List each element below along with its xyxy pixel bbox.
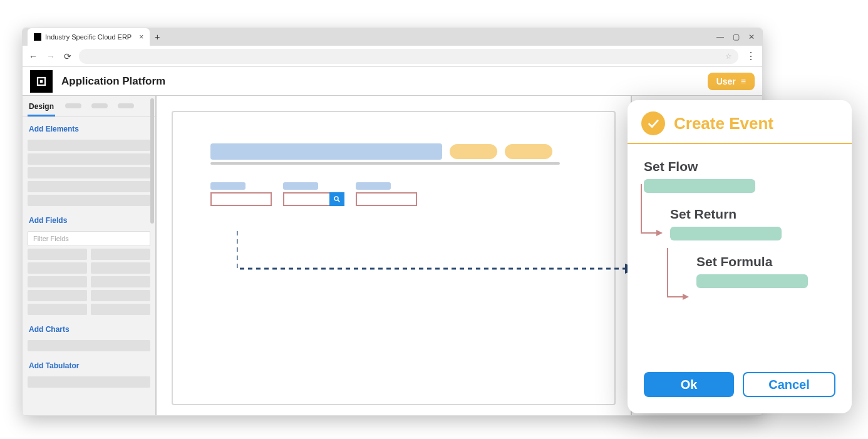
favicon-icon (34, 33, 41, 41)
set-flow-label: Set Flow (644, 159, 835, 174)
section-add-tabulator: Add Tabulator (23, 354, 155, 374)
filter-fields-input[interactable]: Filter Fields (28, 231, 150, 246)
flow-box[interactable] (644, 179, 755, 193)
element-item[interactable] (28, 153, 150, 165)
svg-marker-6 (683, 294, 689, 300)
bookmark-icon[interactable]: ☆ (725, 52, 732, 61)
app-title: Application Platform (61, 75, 165, 88)
browser-tab[interactable]: Industry Specific Cloud ERP × (28, 28, 150, 46)
hamburger-icon: ≡ (741, 76, 746, 86)
header-placeholder (210, 143, 442, 160)
return-box[interactable] (670, 227, 782, 240)
set-return-label: Set Return (670, 207, 835, 222)
tab-placeholder[interactable] (91, 103, 108, 108)
ok-label: Ok (681, 378, 698, 392)
action-pill[interactable] (450, 144, 497, 159)
field-item[interactable] (28, 276, 87, 287)
chart-item[interactable] (28, 340, 150, 351)
app-logo-icon (30, 70, 53, 93)
left-sidebar: Design Add Elements Add Fields Filter Fi… (23, 96, 157, 415)
close-tab-icon[interactable]: × (139, 33, 143, 41)
ok-button[interactable]: Ok (644, 372, 734, 397)
field-label-placeholder (356, 182, 391, 190)
field-item[interactable] (91, 290, 150, 301)
svg-point-2 (334, 197, 338, 200)
action-pill[interactable] (505, 144, 552, 159)
close-window-icon[interactable]: ✕ (748, 33, 755, 41)
formula-box[interactable] (696, 274, 808, 288)
cancel-label: Cancel (768, 378, 810, 392)
browser-menu-icon[interactable]: ⋮ (746, 50, 756, 62)
flow-arrow-icon (664, 248, 689, 303)
element-item[interactable] (28, 181, 150, 192)
main-canvas-area (157, 96, 631, 415)
field-item[interactable] (91, 249, 150, 260)
canvas-field-2[interactable] (283, 192, 344, 206)
scrollbar[interactable] (150, 98, 154, 224)
new-tab-button[interactable]: + (155, 32, 160, 42)
svg-marker-5 (656, 230, 663, 236)
forward-icon[interactable]: → (46, 51, 55, 61)
user-menu-button[interactable]: User ≡ (708, 73, 755, 90)
canvas-field-1[interactable] (210, 192, 272, 206)
filter-placeholder: Filter Fields (33, 235, 69, 242)
tabulator-item[interactable] (28, 376, 150, 388)
set-formula-label: Set Formula (696, 254, 835, 269)
field-item[interactable] (28, 290, 87, 301)
user-button-label: User (716, 76, 736, 86)
check-circle-icon (641, 111, 665, 135)
field-item[interactable] (91, 262, 150, 274)
canvas-field-3[interactable] (356, 192, 417, 206)
section-add-charts: Add Charts (23, 318, 155, 338)
modal-title: Create Event (674, 114, 773, 133)
maximize-icon[interactable]: ▢ (733, 33, 740, 41)
section-add-fields: Add Fields (23, 209, 155, 229)
tab-bar: Industry Specific Cloud ERP × + — ▢ ✕ (23, 28, 762, 46)
section-add-elements: Add Elements (23, 117, 155, 137)
lookup-search-button[interactable] (329, 192, 344, 206)
back-icon[interactable]: ← (29, 51, 38, 61)
minimize-icon[interactable]: — (716, 33, 724, 41)
field-item[interactable] (91, 276, 150, 287)
window-controls: — ▢ ✕ (716, 33, 762, 41)
field-item[interactable] (28, 249, 87, 260)
field-label-placeholder (283, 182, 318, 190)
tab-design[interactable]: Design (28, 100, 55, 116)
reload-icon[interactable]: ⟳ (64, 51, 71, 61)
tab-placeholder[interactable] (118, 103, 134, 108)
field-item[interactable] (91, 304, 150, 315)
field-label-placeholder (210, 182, 245, 190)
field-item[interactable] (28, 262, 87, 274)
cancel-button[interactable]: Cancel (743, 372, 835, 397)
svg-line-3 (338, 200, 340, 202)
svg-rect-1 (40, 80, 43, 83)
element-item[interactable] (28, 195, 150, 206)
create-event-modal: Create Event Set Flow Set Return Set For… (628, 100, 852, 413)
tab-placeholder[interactable] (65, 103, 81, 108)
url-bar: ← → ⟳ ☆ ⋮ (23, 46, 762, 67)
address-bar[interactable]: ☆ (79, 49, 738, 64)
event-connector-line (237, 231, 638, 287)
app-header: Application Platform User ≡ (23, 67, 762, 96)
element-item[interactable] (28, 167, 150, 178)
tab-title: Industry Specific Cloud ERP (45, 33, 132, 41)
header-underline (210, 162, 560, 165)
design-canvas[interactable] (172, 111, 616, 405)
element-item[interactable] (28, 140, 150, 151)
field-item[interactable] (28, 304, 87, 315)
